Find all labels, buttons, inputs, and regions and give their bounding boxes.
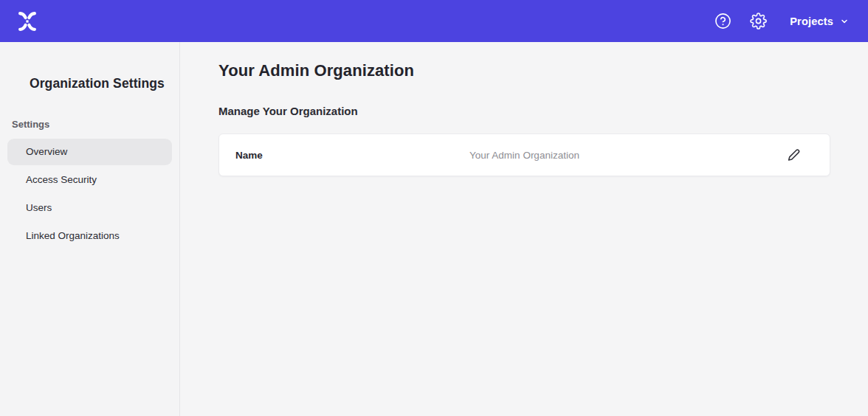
topbar: Projects [0,0,868,42]
name-field-label: Name [235,150,263,161]
projects-label: Projects [790,15,833,27]
main-content: Your Admin Organization Manage Your Orga… [180,42,868,416]
gear-icon [750,13,767,30]
sidebar-item-linked-organizations[interactable]: Linked Organizations [7,223,172,249]
x-logo-icon [16,10,38,32]
section-title: Manage Your Organization [218,105,868,117]
sidebar: Organization Settings Settings OverviewA… [0,42,180,416]
edit-name-button[interactable] [785,147,802,163]
pencil-icon [786,148,802,163]
page-shell: Organization Settings Settings OverviewA… [0,42,868,416]
sidebar-item-users[interactable]: Users [7,195,172,221]
chevron-down-icon [840,17,849,26]
sidebar-item-access-security[interactable]: Access Security [7,167,172,193]
organization-name-card: Name Your Admin Organization [218,134,830,176]
page-title: Your Admin Organization [218,61,868,80]
x-logo[interactable] [15,9,40,34]
sidebar-section-label: Settings [12,119,179,130]
settings-button[interactable] [748,12,768,31]
projects-dropdown[interactable]: Projects [790,15,849,27]
help-circle-icon [714,13,731,30]
sidebar-item-overview[interactable]: Overview [7,139,172,165]
help-button[interactable] [713,12,732,31]
sidebar-title: Organization Settings [0,42,179,91]
topbar-actions: Projects [713,12,849,31]
sidebar-nav: OverviewAccess SecurityUsersLinked Organ… [0,139,179,249]
name-field-value: Your Admin Organization [469,150,579,161]
